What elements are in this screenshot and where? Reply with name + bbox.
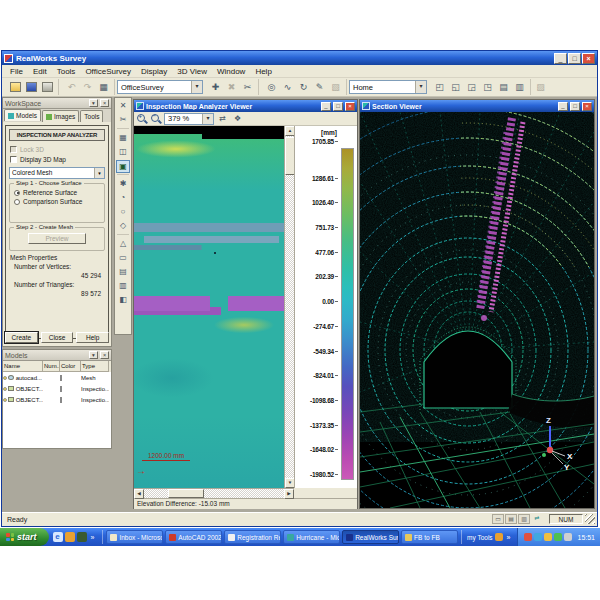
menu-3dview[interactable]: 3D View: [172, 67, 212, 76]
tab-tools[interactable]: Tools: [80, 110, 103, 122]
scroll-right-icon[interactable]: ▶: [284, 489, 294, 499]
deviation-heatmap[interactable]: 1200.00 mm →: [134, 126, 284, 488]
create-button[interactable]: Create: [5, 332, 38, 343]
horizontal-scrollbar[interactable]: ◀ ▶: [134, 488, 294, 498]
tray-icon-5[interactable]: [564, 533, 572, 541]
chevron-down-icon[interactable]: ▾: [202, 114, 213, 124]
layout-icon-5[interactable]: ▤: [496, 80, 511, 94]
tool-button-13[interactable]: ▥: [116, 280, 130, 293]
zoom-level-combo[interactable]: 379 % ▾: [164, 113, 214, 125]
zoom-out-icon[interactable]: −: [150, 113, 162, 125]
viewer-tool-icon-2[interactable]: ❖: [231, 113, 244, 125]
checkbox-icon[interactable]: [10, 156, 17, 163]
panel-close-icon[interactable]: ×: [100, 99, 109, 107]
toolbar-icon-1[interactable]: ✚: [208, 80, 223, 94]
menu-edit[interactable]: Edit: [28, 67, 52, 76]
scrollbar-thumb[interactable]: [168, 489, 204, 498]
tool-button-6[interactable]: ✱: [116, 178, 130, 191]
scroll-left-icon[interactable]: ◀: [134, 489, 144, 499]
zoom-in-icon[interactable]: +: [136, 113, 148, 125]
chevron-down-icon[interactable]: ▾: [94, 168, 104, 178]
radio-icon[interactable]: [14, 190, 20, 196]
undo-icon[interactable]: ↶: [64, 80, 79, 94]
quick-launch-icon[interactable]: [65, 532, 75, 542]
resize-grip[interactable]: [585, 514, 595, 524]
taskbar-button-fbtofb[interactable]: FB to FB: [401, 530, 458, 544]
panel-collapse-icon[interactable]: ▾: [89, 351, 98, 359]
overflow-icon[interactable]: »: [505, 534, 513, 541]
maximize-icon[interactable]: □: [568, 53, 581, 64]
tool-button-8[interactable]: ○: [116, 206, 130, 219]
taskbar-button-inbox[interactable]: Inbox - Microsof...: [106, 530, 163, 544]
tray-icon-1[interactable]: [524, 533, 532, 541]
show-desktop-icon[interactable]: [77, 532, 87, 542]
table-row[interactable]: OBJECT... Inspectio...: [3, 383, 111, 394]
section-viewer-titlebar[interactable]: Section Viewer _ □ ×: [360, 100, 594, 112]
save-button[interactable]: [24, 80, 39, 94]
tool-button-1[interactable]: ✕: [116, 100, 130, 113]
my-tools-toolbar[interactable]: my Tools »: [464, 533, 515, 541]
print-button[interactable]: [40, 80, 55, 94]
status-icon-2[interactable]: ▤: [505, 514, 517, 524]
tool-button-2[interactable]: ✂: [116, 114, 130, 127]
status-icon-1[interactable]: ▭: [492, 514, 504, 524]
table-row[interactable]: autocad... Mesh: [3, 372, 111, 383]
tray-icon-3[interactable]: [544, 533, 552, 541]
tool-button-5[interactable]: ▣: [116, 160, 130, 173]
grid-icon[interactable]: ▦: [96, 80, 111, 94]
edit-icon[interactable]: ✎: [312, 80, 327, 94]
panel-close-icon[interactable]: ×: [100, 351, 109, 359]
menu-officesurvey[interactable]: OfficeSurvey: [80, 67, 136, 76]
menu-tools[interactable]: Tools: [52, 67, 81, 76]
menu-help[interactable]: Help: [250, 67, 276, 76]
taskbar-button-realworks[interactable]: RealWorks Survey: [342, 530, 399, 544]
tool-button-10[interactable]: △: [116, 238, 130, 251]
tool-button-3[interactable]: ▦: [116, 132, 130, 145]
vertical-scrollbar[interactable]: ▲ ▼: [284, 126, 294, 488]
toolbar-icon-3[interactable]: ✂: [240, 80, 255, 94]
table-row[interactable]: OBJECT... Inspectio...: [3, 394, 111, 405]
tray-icon-4[interactable]: [554, 533, 562, 541]
visibility-icon[interactable]: [3, 398, 7, 402]
visibility-icon[interactable]: [3, 376, 7, 380]
view-combo[interactable]: Home ▾: [349, 80, 427, 94]
taskbar-button-registration[interactable]: Registration Rep...: [224, 530, 281, 544]
point-cloud-view[interactable]: Z X Y: [360, 112, 594, 508]
layout-icon-6[interactable]: ▥: [512, 80, 527, 94]
refresh-icon[interactable]: ↻: [296, 80, 311, 94]
comparison-surface-radio[interactable]: Comparison Surface: [14, 198, 100, 205]
menu-file[interactable]: File: [5, 67, 28, 76]
toolbar-icon-5[interactable]: ∿: [280, 80, 295, 94]
maximize-icon[interactable]: □: [333, 102, 343, 111]
tool-button-11[interactable]: ▭: [116, 252, 130, 265]
layout-icon-3[interactable]: ◲: [464, 80, 479, 94]
title-bar[interactable]: RealWorks Survey _ □ ×: [2, 51, 597, 65]
status-icon-3[interactable]: ▥: [518, 514, 530, 524]
tab-images[interactable]: Images: [42, 110, 79, 122]
toolbar-icon-6[interactable]: ▧: [328, 80, 343, 94]
redo-icon[interactable]: ↷: [80, 80, 95, 94]
open-button[interactable]: [8, 80, 23, 94]
tool-button-4[interactable]: ◫: [116, 146, 130, 159]
map-viewer-titlebar[interactable]: Inspection Map Analyzer Viewer _ □ ×: [134, 100, 357, 112]
tab-models[interactable]: Models: [4, 109, 41, 121]
reference-surface-radio[interactable]: Reference Surface: [14, 189, 100, 196]
ie-icon[interactable]: e: [53, 532, 63, 542]
visibility-icon[interactable]: [3, 387, 7, 391]
menu-display[interactable]: Display: [136, 67, 172, 76]
close-button[interactable]: Close: [41, 332, 74, 343]
taskbar-button-autocad[interactable]: AutoCAD 2002: [165, 530, 222, 544]
close-icon[interactable]: ×: [345, 102, 355, 111]
tool-button-9[interactable]: ◇: [116, 220, 130, 233]
toolbar-icon-4[interactable]: ◎: [264, 80, 279, 94]
minimize-icon[interactable]: _: [321, 102, 331, 111]
maximize-icon[interactable]: □: [570, 102, 580, 111]
minimize-icon[interactable]: _: [558, 102, 568, 111]
menu-window[interactable]: Window: [212, 67, 250, 76]
toolbar-icon-7[interactable]: ▨: [533, 80, 548, 94]
mesh-type-select[interactable]: Colored Mesh ▾: [9, 167, 105, 179]
panel-collapse-icon[interactable]: ▾: [89, 99, 98, 107]
module-combo[interactable]: OfficeSurvey ▾: [117, 80, 203, 94]
layout-icon-1[interactable]: ◰: [432, 80, 447, 94]
viewer-tool-icon-1[interactable]: ⇄: [216, 113, 229, 125]
